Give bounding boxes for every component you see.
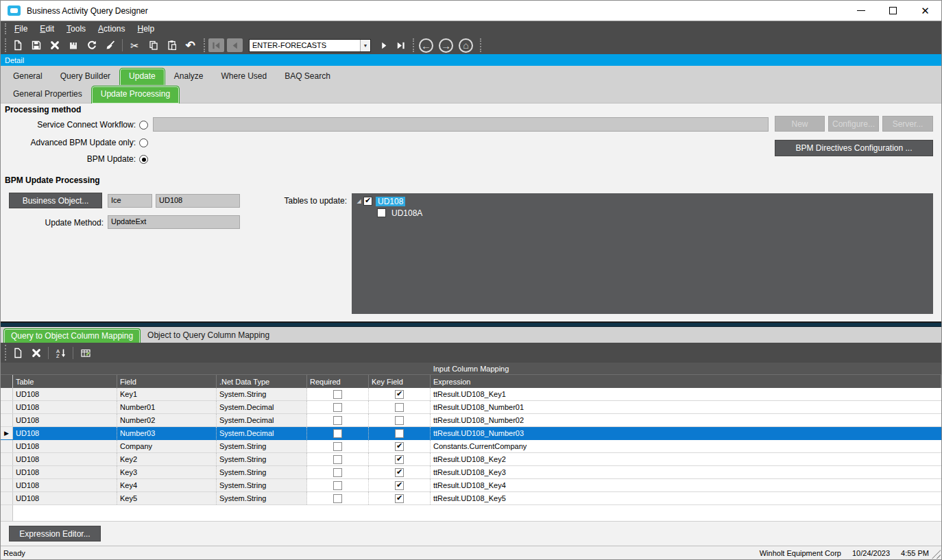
next-record-icon[interactable]: [376, 38, 392, 52]
cell-net-data-type: System.String: [217, 492, 307, 504]
key-field-checkbox[interactable]: [395, 429, 404, 438]
minimize-button[interactable]: [845, 1, 877, 21]
table-row[interactable]: UD108CompanySystem.StringConstants.Curre…: [1, 440, 941, 453]
column-header-table[interactable]: Table: [13, 375, 117, 388]
tab-analyze[interactable]: Analyze: [165, 68, 213, 85]
home-icon[interactable]: ⌂: [459, 38, 473, 53]
table-row[interactable]: UD108Key4System.StringttResult.UD108_Key…: [1, 479, 941, 492]
required-checkbox[interactable]: [333, 429, 342, 438]
table-row[interactable]: UD108Key2System.StringttResult.UD108_Key…: [1, 453, 941, 466]
column-header-field[interactable]: Field: [117, 375, 217, 388]
table-row[interactable]: ▶UD108Number03System.DecimalttResult.UD1…: [1, 427, 941, 440]
key-field-checkbox[interactable]: [395, 403, 404, 412]
required-checkbox[interactable]: [333, 442, 342, 451]
mapping-tab-query-to-object-column-mapping[interactable]: Query to Object Column Mapping: [3, 328, 141, 343]
table-row[interactable]: UD108Number01System.DecimalttResult.UD10…: [1, 401, 941, 414]
previous-record-icon[interactable]: [227, 38, 243, 52]
tab-query-builder[interactable]: Query Builder: [51, 68, 119, 85]
attachments-icon[interactable]: [64, 37, 82, 53]
expression-editor-button[interactable]: Expression Editor...: [9, 526, 101, 541]
key-field-checkbox[interactable]: [395, 442, 404, 451]
key-field-checkbox[interactable]: [395, 455, 404, 464]
grid-title-bar: Input Column Mapping: [1, 363, 941, 375]
key-field-checkbox[interactable]: [395, 390, 404, 399]
bpm-directives-configuration-button[interactable]: BPM Directives Configuration ...: [775, 140, 933, 156]
main-tab-strip: GeneralQuery BuilderUpdateAnalyzeWhere U…: [1, 66, 941, 85]
cell-expression: ttResult.UD108_Number01: [431, 401, 941, 413]
new-button[interactable]: New: [775, 116, 825, 132]
key-field-checkbox[interactable]: [395, 416, 404, 425]
combo-dropdown-button[interactable]: ▼: [360, 40, 370, 51]
required-checkbox[interactable]: [333, 416, 342, 425]
table-row[interactable]: UD108Key1System.StringttResult.UD108_Key…: [1, 388, 941, 401]
menu-item-help[interactable]: Help: [131, 23, 160, 35]
column-header-required[interactable]: Required: [307, 375, 369, 388]
undo-icon[interactable]: ↶: [181, 37, 200, 53]
cut-icon[interactable]: ✂: [125, 37, 144, 53]
required-checkbox[interactable]: [333, 481, 342, 490]
required-checkbox[interactable]: [333, 494, 342, 503]
column-header-net-data-type[interactable]: .Net Data Type: [217, 375, 307, 388]
key-field-checkbox[interactable]: [395, 481, 404, 490]
tab-update[interactable]: Update: [119, 68, 165, 86]
tab-where-used[interactable]: Where Used: [212, 68, 276, 85]
cell-field: Key2: [117, 453, 217, 465]
column-header-expression[interactable]: Expression: [431, 375, 941, 388]
menu-item-edit[interactable]: Edit: [34, 23, 60, 35]
tree-expander-icon[interactable]: ◢: [354, 198, 363, 204]
tree-checkbox-ud108a[interactable]: [377, 208, 386, 217]
refresh-icon[interactable]: [82, 37, 101, 53]
subtab-general-properties[interactable]: General Properties: [4, 86, 91, 103]
tree-item-ud108[interactable]: ◢UD108: [352, 195, 933, 207]
radio-2-selected[interactable]: [139, 155, 148, 164]
required-checkbox[interactable]: [333, 390, 342, 399]
configure-button[interactable]: Configure...: [828, 116, 879, 132]
first-record-icon[interactable]: [208, 38, 224, 52]
close-button[interactable]: ✕: [909, 1, 941, 21]
table-row[interactable]: UD108Number02System.DecimalttResult.UD10…: [1, 414, 941, 427]
menu-item-tools[interactable]: Tools: [60, 23, 92, 35]
back-icon[interactable]: ←: [419, 38, 433, 53]
delete-row-icon[interactable]: [27, 345, 45, 361]
menu-item-actions[interactable]: Actions: [92, 23, 131, 35]
required-checkbox[interactable]: [333, 468, 342, 477]
forward-icon[interactable]: →: [439, 38, 453, 53]
save-icon[interactable]: [27, 37, 45, 53]
splitter-bar[interactable]: [1, 321, 941, 327]
delete-icon[interactable]: [45, 37, 64, 53]
menu-item-file[interactable]: File: [8, 23, 34, 35]
maximize-button[interactable]: [877, 1, 909, 21]
subtab-update-processing[interactable]: Update Processing: [91, 86, 180, 104]
new-row-icon[interactable]: [8, 345, 27, 361]
column-header-key-field[interactable]: Key Field: [369, 375, 431, 388]
cell-expression: Constants.CurrentCompany: [431, 440, 941, 452]
cell-field: Company: [117, 440, 217, 452]
cell-expression: ttResult.UD108_Key1: [431, 388, 941, 400]
radio-0[interactable]: [139, 121, 148, 130]
copy-icon[interactable]: [144, 37, 162, 53]
key-field-checkbox[interactable]: [395, 494, 404, 503]
cell-net-data-type: System.Decimal: [217, 401, 307, 413]
last-record-icon[interactable]: [392, 38, 409, 52]
paste-icon[interactable]: [162, 37, 181, 53]
record-selector-combo[interactable]: ENTER-FORECASTS▼: [249, 39, 371, 52]
tree-item-ud108a[interactable]: UD108A: [352, 207, 933, 219]
tree-checkbox-ud108[interactable]: [363, 197, 372, 206]
tab-general[interactable]: General: [4, 68, 51, 85]
quick-edit-icon[interactable]: [76, 345, 95, 361]
radio-1[interactable]: [139, 138, 148, 147]
business-object-button[interactable]: Business Object...: [9, 193, 102, 208]
required-checkbox[interactable]: [333, 455, 342, 464]
key-field-checkbox[interactable]: [395, 468, 404, 477]
mapping-tab-object-to-query-column-mapping[interactable]: Object to Query Column Mapping: [141, 328, 276, 343]
table-row[interactable]: UD108Key5System.StringttResult.UD108_Key…: [1, 492, 941, 505]
server-button[interactable]: Server...: [882, 116, 933, 132]
new-document-icon[interactable]: [8, 37, 27, 53]
table-row[interactable]: UD108Key3System.StringttResult.UD108_Key…: [1, 466, 941, 479]
sort-icon[interactable]: AZ: [51, 345, 70, 361]
tab-baq-search[interactable]: BAQ Search: [276, 68, 339, 85]
cell-field: Number02: [117, 414, 217, 426]
required-checkbox[interactable]: [333, 403, 342, 412]
toolbar-separator: [48, 347, 49, 359]
clear-tool-icon[interactable]: [101, 37, 119, 53]
